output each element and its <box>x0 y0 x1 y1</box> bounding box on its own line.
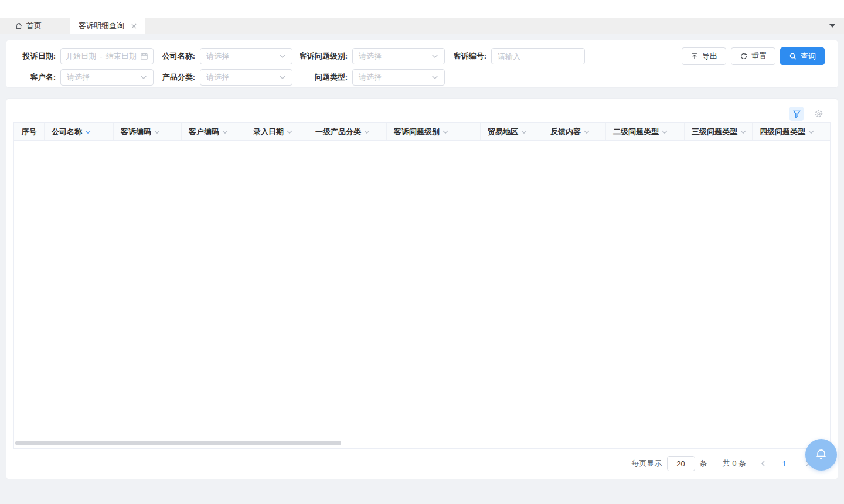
col-entry-date[interactable]: 录入日期 <box>246 123 308 140</box>
page-size-input[interactable] <box>667 456 695 471</box>
company-name-label: 公司名称: <box>158 51 195 62</box>
sort-chevron-down-icon <box>364 127 370 136</box>
col-complaint-level[interactable]: 客诉问题级别 <box>387 123 481 140</box>
close-icon[interactable] <box>131 23 137 29</box>
filter-actions: 导出 重置 查询 <box>677 47 825 65</box>
col-customer-code[interactable]: 客户编码 <box>182 123 246 140</box>
sort-chevron-down-icon <box>584 127 590 136</box>
sort-chevron-down-icon <box>521 127 527 136</box>
table-body-empty <box>14 141 830 437</box>
sort-chevron-down-icon <box>443 127 448 136</box>
notification-bell-button[interactable] <box>805 439 837 471</box>
filter-panel: 投诉日期: 开始日期 - 结束日期 公司名称: 请选择 <box>6 40 838 88</box>
col-feedback-content[interactable]: 反馈内容 <box>543 123 606 140</box>
tab-active-label: 客诉明细查询 <box>79 21 124 31</box>
product-category-label: 产品分类: <box>158 72 195 83</box>
chevron-down-icon <box>279 54 286 59</box>
page-content: 投诉日期: 开始日期 - 结束日期 公司名称: 请选择 <box>0 34 844 504</box>
sort-chevron-down-icon <box>808 127 814 136</box>
col-trade-area-label: 贸易地区 <box>488 127 518 137</box>
product-category-select[interactable]: 请选择 <box>200 69 292 86</box>
chevron-down-icon <box>431 54 438 59</box>
total-count-label: 共 0 条 <box>723 458 746 469</box>
sort-chevron-down-icon <box>154 127 160 136</box>
filter-icon[interactable] <box>789 107 804 121</box>
page-number[interactable]: 1 <box>778 459 791 468</box>
col-complaint-level-label: 客诉问题级别 <box>394 127 440 137</box>
horizontal-scrollbar-thumb[interactable] <box>15 441 341 445</box>
sort-chevron-down-icon <box>662 127 668 136</box>
issue-type-label: 问题类型: <box>296 72 348 83</box>
company-name-placeholder: 请选择 <box>206 51 229 62</box>
pagination: 每页显示 条 共 0 条 1 <box>13 456 831 471</box>
home-icon <box>15 22 23 30</box>
chevron-down-icon <box>431 75 438 80</box>
chevron-left-icon[interactable] <box>757 457 770 470</box>
complaint-no-field <box>491 48 585 64</box>
tab-bar: 首页 客诉明细查询 <box>0 18 844 34</box>
col-issue-type-l4-label: 四级问题类型 <box>760 127 805 137</box>
table-header-row: 序号 公司名称 客诉编码 客户编码 <box>14 123 830 141</box>
filter-row-2: 客户名: 请选择 产品分类: 请选择 问题类型: 请选择 <box>19 69 825 86</box>
reset-button-label: 重置 <box>751 51 767 62</box>
page-size-label: 每页显示 <box>632 458 662 469</box>
col-feedback-content-label: 反馈内容 <box>550 127 581 137</box>
end-date-placeholder: 结束日期 <box>106 51 137 62</box>
complaint-level-placeholder: 请选择 <box>359 51 382 62</box>
col-product-category-l1-label: 一级产品分类 <box>315 127 361 137</box>
tab-home-label: 首页 <box>26 21 42 31</box>
window-top-strip <box>0 0 844 18</box>
col-issue-type-l4[interactable]: 四级问题类型 <box>753 123 835 140</box>
bell-icon <box>814 447 829 462</box>
date-range-separator: - <box>100 52 102 61</box>
col-issue-type-l3[interactable]: 三级问题类型 <box>685 123 753 140</box>
page-size-unit: 条 <box>700 458 707 469</box>
sort-chevron-down-icon <box>287 127 292 136</box>
col-company-name[interactable]: 公司名称 <box>45 123 114 140</box>
col-product-category-l1[interactable]: 一级产品分类 <box>308 123 387 140</box>
col-seq: 序号 <box>14 123 45 140</box>
product-category-placeholder: 请选择 <box>206 72 229 83</box>
search-button-label: 查询 <box>801 51 816 62</box>
data-table: 序号 公司名称 客诉编码 客户编码 <box>13 122 831 449</box>
customer-name-label: 客户名: <box>19 72 56 83</box>
gear-icon[interactable] <box>812 107 826 121</box>
export-button-label: 导出 <box>702 51 717 62</box>
export-button[interactable]: 导出 <box>682 47 726 65</box>
col-issue-type-l3-label: 三级问题类型 <box>692 127 737 137</box>
search-button[interactable]: 查询 <box>780 47 825 65</box>
complaint-level-select[interactable]: 请选择 <box>352 48 445 64</box>
col-complaint-code-label: 客诉编码 <box>121 127 151 137</box>
chevron-down-icon <box>140 75 147 80</box>
chevron-down-icon <box>279 75 286 80</box>
issue-type-placeholder: 请选择 <box>359 72 382 83</box>
col-issue-type-l2[interactable]: 二级问题类型 <box>606 123 685 140</box>
col-company-name-label: 公司名称 <box>52 127 82 137</box>
issue-type-select[interactable]: 请选择 <box>352 69 445 86</box>
complaint-date-range-picker[interactable]: 开始日期 - 结束日期 <box>60 48 154 64</box>
results-panel: 序号 公司名称 客诉编码 客户编码 <box>6 98 838 479</box>
tab-list-caret-down-icon[interactable] <box>829 24 835 28</box>
reset-icon <box>740 52 748 60</box>
col-complaint-code[interactable]: 客诉编码 <box>114 123 182 140</box>
sort-chevron-down-icon <box>85 127 91 136</box>
col-trade-area[interactable]: 贸易地区 <box>481 123 543 140</box>
sort-chevron-down-icon <box>740 127 746 136</box>
col-issue-type-l2-label: 二级问题类型 <box>613 127 659 137</box>
complaint-no-input[interactable] <box>492 49 584 64</box>
reset-button[interactable]: 重置 <box>731 47 775 65</box>
complaint-date-label: 投诉日期: <box>19 51 56 62</box>
complaint-level-label: 客诉问题级别: <box>296 51 348 62</box>
complaint-no-label: 客诉编号: <box>449 51 486 62</box>
sort-chevron-down-icon <box>222 127 228 136</box>
start-date-placeholder: 开始日期 <box>66 51 96 62</box>
tab-home[interactable]: 首页 <box>0 18 52 34</box>
calendar-icon <box>140 52 148 60</box>
export-icon <box>690 52 699 60</box>
search-icon <box>789 52 797 60</box>
customer-name-placeholder: 请选择 <box>67 72 90 83</box>
col-entry-date-label: 录入日期 <box>253 127 284 137</box>
tab-complaint-detail-query[interactable]: 客诉明细查询 <box>70 18 145 34</box>
customer-name-select[interactable]: 请选择 <box>60 69 154 86</box>
company-name-select[interactable]: 请选择 <box>200 48 292 64</box>
